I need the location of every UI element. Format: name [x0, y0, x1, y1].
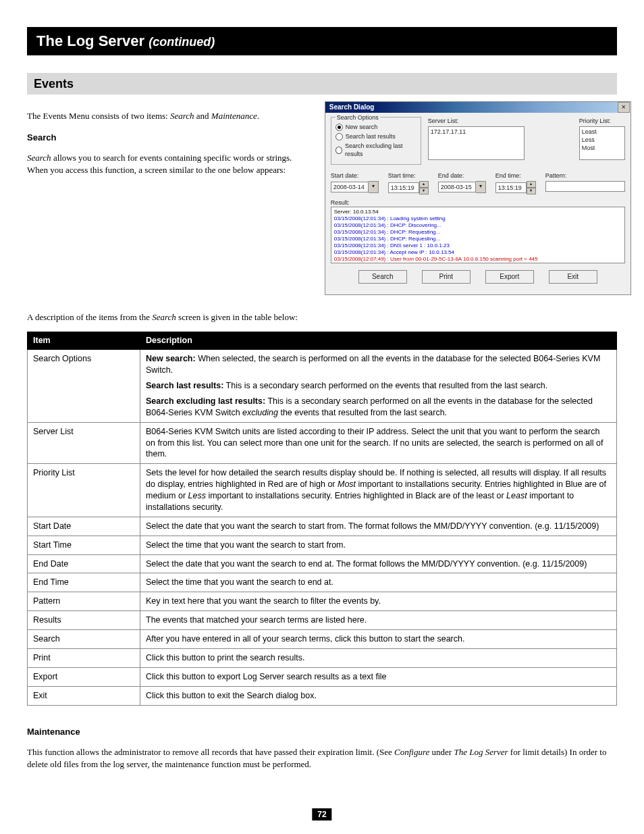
start-time-input[interactable]: 13:15:19▴▾ — [388, 181, 429, 194]
table-row: Start TimeSelect the time that you want … — [28, 536, 617, 554]
end-time-input[interactable]: 13:15:19▴▾ — [495, 181, 536, 194]
table-intro: A description of the items from the Sear… — [27, 311, 617, 323]
table-row: End TimeSelect the time that you want th… — [28, 573, 617, 592]
events-intro: The Events Menu consists of two items: S… — [27, 110, 304, 122]
table-row: Server ListB064-Series KVM Switch units … — [28, 422, 617, 464]
print-button[interactable]: Print — [422, 270, 471, 284]
result-listbox[interactable]: Server: 10.0.13.54 03/15/2008(12:01:34) … — [331, 207, 625, 263]
table-row: ResultsThe events that matched your sear… — [28, 611, 617, 630]
search-subheading: Search — [27, 132, 304, 144]
page-title-continued: (continued) — [149, 35, 215, 49]
start-date-input[interactable]: 2008-03-14▾ — [331, 181, 379, 193]
table-row: PatternKey in text here that you want th… — [28, 592, 617, 611]
table-row: Priority List Sets the level for how det… — [28, 464, 617, 517]
priority-list[interactable]: Least Less Most — [579, 126, 625, 160]
events-heading: Events — [27, 73, 617, 95]
spinner-up-icon[interactable]: ▴ — [419, 181, 429, 188]
radio-icon — [336, 133, 343, 140]
exit-button[interactable]: Exit — [549, 270, 597, 284]
maintenance-paragraph: This function allows the administrator t… — [27, 746, 617, 770]
search-paragraph: Search allows you to search for events c… — [27, 152, 304, 176]
page-number: 72 — [312, 808, 331, 820]
table-row: Search Options New search: When selected… — [28, 350, 617, 422]
spinner-down-icon[interactable]: ▾ — [527, 188, 536, 194]
server-list[interactable]: 172.17.17.11 — [428, 126, 525, 160]
chevron-down-icon[interactable]: ▾ — [476, 181, 486, 193]
radio-search-last[interactable]: Search last results — [336, 132, 417, 140]
server-list-label: Server List: — [428, 117, 525, 125]
table-row: SearchAfter you have entered in all of y… — [28, 630, 617, 649]
table-row: ExportClick this button to export Log Se… — [28, 667, 617, 686]
spinner-down-icon[interactable]: ▾ — [419, 188, 429, 194]
pattern-input[interactable] — [545, 181, 625, 192]
table-row: PrintClick this button to print the sear… — [28, 648, 617, 667]
th-description: Description — [140, 332, 617, 350]
export-button[interactable]: Export — [485, 270, 534, 284]
page-title-bar: The Log Server (continued) — [27, 27, 617, 55]
dialog-title-text: Search Dialog — [325, 102, 379, 113]
maintenance-heading: Maintenance — [27, 726, 617, 738]
result-label: Result: — [331, 199, 625, 207]
th-item: Item — [28, 332, 140, 350]
page-title: The Log Server — [36, 32, 144, 49]
end-date-input[interactable]: 2008-03-15▾ — [438, 181, 486, 193]
search-options-fieldset: Search Options New search Search last re… — [331, 117, 421, 165]
dialog-titlebar: Search Dialog × — [325, 102, 630, 113]
table-row: ExitClick this button to exit the Search… — [28, 686, 617, 705]
search-button[interactable]: Search — [358, 270, 407, 284]
description-table: Item Description Search Options New sear… — [27, 332, 617, 705]
radio-icon — [336, 124, 343, 131]
radio-search-excl[interactable]: Search excluding last results — [336, 142, 417, 158]
table-row: End DateSelect the date that you want th… — [28, 554, 617, 573]
chevron-down-icon[interactable]: ▾ — [369, 181, 379, 193]
table-row: Start DateSelect the date that you want … — [28, 517, 617, 536]
priority-list-label: Priority List: — [579, 117, 625, 125]
radio-icon — [336, 147, 342, 154]
spinner-up-icon[interactable]: ▴ — [527, 181, 536, 188]
close-icon[interactable]: × — [618, 102, 630, 113]
search-dialog: Search Dialog × Search Options New searc… — [325, 101, 631, 295]
radio-new-search[interactable]: New search — [336, 123, 417, 131]
